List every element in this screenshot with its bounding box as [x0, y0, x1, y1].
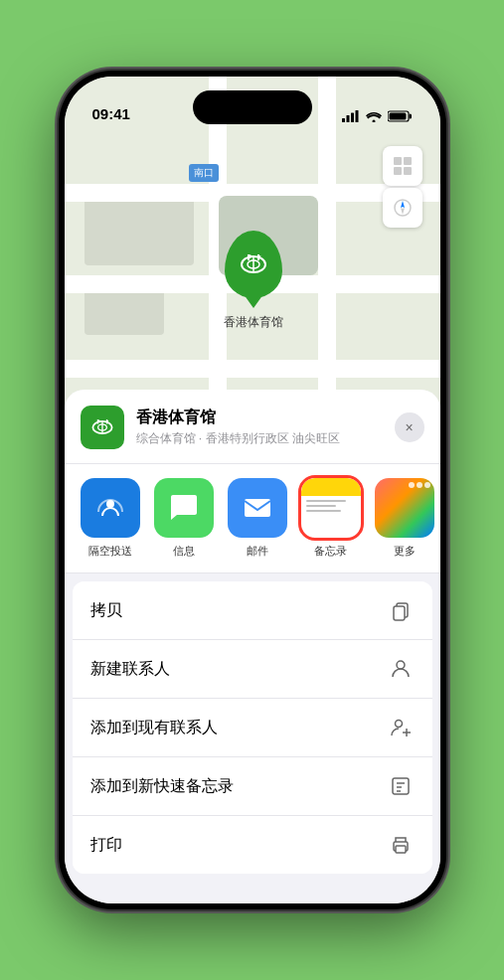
notes-top-bar [301, 478, 361, 496]
notes-line-1 [306, 500, 346, 502]
mail-label: 邮件 [247, 544, 268, 559]
more-label: 更多 [394, 544, 416, 559]
marker-label: 香港体育馆 [224, 314, 283, 331]
dot-1 [409, 482, 415, 488]
stadium-icon [238, 248, 269, 280]
svg-rect-10 [248, 254, 250, 260]
compass-icon [393, 198, 413, 218]
action-new-contact-label: 新建联系人 [90, 659, 170, 680]
action-copy[interactable]: 拷贝 [73, 581, 432, 640]
more-icon-bg [375, 478, 434, 538]
svg-point-32 [397, 661, 405, 669]
message-icon-bg [154, 478, 214, 538]
action-add-existing[interactable]: 添加到现有联系人 [73, 699, 432, 757]
action-add-notes[interactable]: 添加到新快速备忘录 [73, 757, 432, 816]
location-button[interactable] [383, 188, 422, 228]
airdrop-symbol [94, 492, 126, 524]
phone-screen: 09:41 [65, 77, 440, 903]
map-type-button[interactable] [383, 146, 422, 186]
location-thumb-icon [88, 413, 116, 441]
svg-marker-20 [401, 208, 405, 215]
mail-icon-bg [228, 478, 287, 538]
notes-add-icon [387, 772, 415, 800]
dynamic-island [193, 90, 312, 124]
map-controls[interactable] [383, 146, 422, 230]
share-item-notes[interactable]: 备忘录 [301, 478, 361, 559]
svg-rect-3 [355, 110, 358, 122]
person-symbol [390, 658, 412, 680]
airdrop-icon [81, 478, 140, 538]
share-item-message[interactable]: 信息 [154, 478, 214, 559]
location-subtitle: 综合体育馆 · 香港特别行政区 油尖旺区 [136, 430, 340, 447]
share-item-airdrop[interactable]: 隔空投送 [81, 478, 140, 559]
status-icons [342, 110, 413, 124]
location-card-left: 香港体育馆 综合体育馆 · 香港特别行政区 油尖旺区 [81, 406, 340, 449]
person-add-icon [387, 714, 415, 741]
share-item-more[interactable]: 更多 [375, 478, 434, 559]
copy-symbol [390, 599, 412, 621]
svg-point-33 [395, 721, 402, 728]
map-type-icon [392, 155, 414, 177]
signal-icon [342, 110, 360, 122]
close-button[interactable]: × [395, 412, 424, 442]
printer-symbol [390, 834, 412, 856]
action-add-notes-label: 添加到新快速备忘录 [90, 776, 234, 797]
svg-rect-0 [342, 118, 345, 122]
share-row: 隔空投送 信息 [65, 464, 440, 573]
phone-frame: 09:41 [59, 71, 446, 909]
action-print[interactable]: 打印 [73, 816, 432, 874]
action-print-label: 打印 [90, 835, 122, 856]
svg-rect-15 [404, 157, 412, 165]
notes-icon-inner [301, 478, 361, 538]
action-copy-label: 拷贝 [90, 600, 122, 621]
svg-rect-24 [96, 419, 97, 423]
location-marker: 香港体育馆 [224, 231, 283, 331]
status-time: 09:41 [92, 105, 130, 124]
more-dots-container [375, 478, 434, 538]
action-add-existing-label: 添加到现有联系人 [90, 718, 218, 738]
map-road-h3 [65, 360, 440, 378]
mail-symbol [241, 491, 274, 525]
battery-icon [388, 110, 413, 122]
notes-icon-bg [301, 478, 361, 538]
location-name: 香港体育馆 [136, 408, 340, 428]
printer-icon [387, 831, 415, 859]
notes-line-2 [306, 505, 336, 507]
notes-add-symbol [390, 775, 412, 797]
svg-rect-5 [389, 113, 406, 120]
svg-rect-41 [396, 846, 406, 853]
svg-rect-1 [346, 115, 349, 122]
marker-icon [225, 231, 282, 298]
svg-rect-14 [394, 157, 402, 165]
svg-rect-2 [351, 113, 354, 123]
share-item-mail[interactable]: 邮件 [228, 478, 287, 559]
location-info: 香港体育馆 综合体育馆 · 香港特别行政区 油尖旺区 [136, 408, 340, 447]
svg-rect-6 [409, 114, 412, 119]
message-symbol [167, 491, 201, 525]
marker-dot [250, 294, 257, 302]
svg-marker-19 [401, 201, 405, 208]
more-dots-row [409, 482, 430, 488]
person-icon [387, 655, 415, 683]
copy-icon [387, 596, 415, 624]
dot-3 [424, 482, 430, 488]
svg-rect-17 [404, 167, 412, 175]
bottom-sheet: 香港体育馆 综合体育馆 · 香港特别行政区 油尖旺区 × [65, 390, 440, 903]
dot-2 [417, 482, 422, 488]
svg-rect-16 [394, 167, 402, 175]
person-add-symbol [390, 717, 412, 738]
notes-line-3 [306, 510, 341, 512]
notes-body [301, 496, 361, 516]
action-new-contact[interactable]: 新建联系人 [73, 640, 432, 699]
wifi-icon [366, 110, 382, 122]
location-card: 香港体育馆 综合体育馆 · 香港特别行政区 油尖旺区 × [65, 390, 440, 464]
svg-rect-29 [245, 499, 270, 517]
south-entrance-label: 南口 [189, 164, 219, 182]
notes-label: 备忘录 [314, 544, 347, 559]
airdrop-label: 隔空投送 [88, 544, 132, 559]
location-thumbnail [81, 406, 124, 449]
message-label: 信息 [173, 544, 195, 559]
action-list: 拷贝 新建联系人 [73, 581, 432, 874]
svg-rect-31 [394, 606, 405, 620]
